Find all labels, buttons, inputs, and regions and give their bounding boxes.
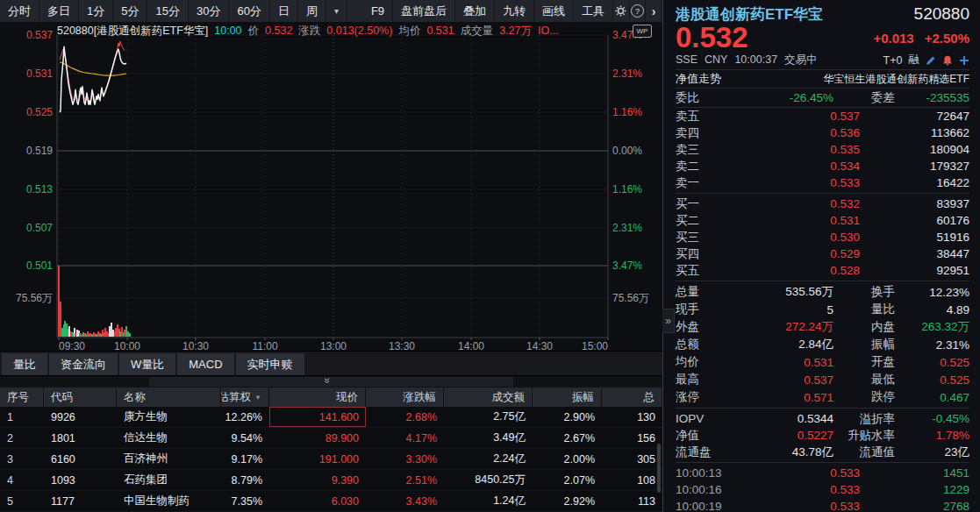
intraday-chart-area[interactable]: 520880[港股通创新药ETF华宝]10:00价0.532涨跌0.013(2.… [0,22,662,351]
volume-bar-25 [96,334,97,337]
ask-row-2[interactable]: 卖三0.535180904 [676,141,969,158]
level-volume: 51916 [860,231,969,244]
col-header-0[interactable]: 序号 [0,388,44,407]
quote-time: 10:00:37 [734,53,777,66]
menu-item-tool-4[interactable]: 画线 [534,0,574,22]
y-axis-label-left-2: 0.525 [26,106,53,118]
ask-row-4[interactable]: 卖一0.53316422 [676,174,969,191]
cell-r4-c6: 1.24亿 [444,491,533,511]
level-label: 卖三 [676,142,730,158]
menu-item-period-0[interactable]: 分时 [0,0,39,22]
last-price: 0.532 [676,25,748,51]
menu-item-tool-1[interactable]: 盘前盘后 [393,0,455,22]
help-icon[interactable]: ? [630,0,647,22]
cell-r4-c2: 中国生物制药 [117,491,221,511]
nav-trend-label[interactable]: 净值走势 [676,71,721,87]
menu-item-tool-2[interactable]: 叠加 [455,0,495,22]
table-row-1[interactable]: 21801信达生物9.54%89.9004.17%3.49亿2.67%156 [0,428,662,449]
volume-bar-38 [115,328,117,337]
price-change: +0.013 [873,31,913,46]
table-row-4[interactable]: 51177中国生物制药7.35%6.0303.43%1.24亿2.92%113 [0,491,662,512]
ask-row-0[interactable]: 卖五0.53772647 [676,108,969,124]
table-row-2[interactable]: 36160百济神州9.17%191.0003.30%2.24亿2.00%305 [0,449,662,470]
menu-item-period-1[interactable]: 多日 [39,0,79,22]
col-header-5[interactable]: 涨跌幅 [366,388,444,407]
x-axis-label-1: 10:00 [114,340,140,351]
collapse-chevron-icon[interactable]: » [321,378,333,384]
cell-r2-c3: 9.17% [221,449,269,469]
bid-row-2[interactable]: 买三0.53051916 [676,229,969,245]
menu-item-period-6[interactable]: 60分 [229,0,269,22]
table-row-3[interactable]: 41093石药集团8.79%9.3902.51%8450.25万2.07%108 [0,470,662,491]
menu-item-period-5[interactable]: 30分 [189,0,229,22]
cell-r3-c8: 108 [602,470,662,490]
weibi-value: -26.45% [730,91,833,104]
stat-label: 流通值 [833,444,895,460]
add-plus-icon[interactable] [959,55,969,66]
stat-label: 量比 [833,302,895,317]
alert-bell-icon[interactable] [942,55,953,66]
menu-item-period-2[interactable]: 1分 [79,0,113,22]
menu-item-tool-0[interactable]: F9 [363,0,393,22]
col-header-label: 估算权 [221,390,251,405]
tab-1[interactable]: 资金流向 [49,353,118,375]
bid-row-1[interactable]: 买二0.53160176 [676,212,969,229]
volume-bar-47 [129,333,131,337]
stat-a-row-4: 均价0.531开盘0.525 [676,353,969,371]
menu-item-tool-3[interactable]: 九转 [495,0,534,22]
bid-row-4[interactable]: 买五0.52892951 [676,262,969,279]
period-dropdown-caret[interactable]: ▾ [326,0,347,22]
tick-price: 0.533 [737,500,860,512]
bid-row-0[interactable]: 买一0.53283937 [676,196,969,212]
col-header-6[interactable]: 成交额 [444,388,533,407]
menu-overflow-arrow-icon[interactable]: › [646,0,662,22]
volume-bar-0 [58,266,60,337]
volume-bar-22 [91,334,93,337]
chart-header-seg-8: 成交量 [461,25,494,37]
stat-a-row-2: 外盘272.24万内盘263.32万 [676,318,969,336]
tab-0[interactable]: 量比 [2,353,47,375]
ask-row-3[interactable]: 卖二0.534179327 [676,158,969,174]
level-label: 买二 [676,213,730,229]
volume-bar-5 [66,324,68,337]
volume-bar-29 [102,330,104,337]
volume-bar-18 [85,334,87,337]
tab-4[interactable]: 实时申赎 [236,353,304,375]
menu-item-period-8[interactable]: 周 [298,0,326,22]
level-volume: 113662 [860,126,969,139]
volume-bar-28 [100,334,102,337]
tab-3[interactable]: MACD [177,353,233,375]
volume-bar-32 [106,331,108,337]
level-volume: 38447 [860,247,969,260]
ask-row-1[interactable]: 卖四0.536113662 [676,124,969,141]
col-header-label: 代码 [51,390,73,405]
menu-item-period-4[interactable]: 15分 [147,0,188,22]
col-header-4[interactable]: 现价 [269,388,366,407]
menu-item-tool-5[interactable]: 工具 [574,0,613,22]
edit-pencil-icon[interactable] [926,55,936,66]
table-body: 19926康方生物12.26%141.6002.68%2.75亿2.90%130… [0,407,662,512]
intraday-chart-canvas[interactable]: 0.5373.47%0.5312.31%0.5251.16%0.5190.00%… [0,22,663,351]
bid-row-3[interactable]: 买四0.52938447 [676,245,969,262]
col-header-1[interactable]: 代码 [44,388,117,407]
table-row-0[interactable]: 19926康方生物12.26%141.6002.68%2.75亿2.90%130 [0,407,662,428]
tab-2[interactable]: W量比 [119,353,175,375]
settings-gear-icon[interactable] [613,0,630,22]
volume-bar-42 [121,327,123,337]
menu-item-period-3[interactable]: 5分 [113,0,147,22]
weicha-label: 委差 [833,90,895,106]
stat-b-row-1: 净值0.5227升贴水率1.78% [676,427,969,444]
level-volume: 83937 [860,197,969,210]
col-header-7[interactable]: 振幅 [533,388,602,407]
table-scrollbar[interactable] [657,444,661,493]
stat-value: 0.531 [730,356,833,369]
x-axis-label-7: 14:30 [526,340,553,351]
chart-header-seg-4: 涨跌 [298,25,320,37]
col-header-3[interactable]: 估算权▼ [221,388,269,407]
panel-expand-handle[interactable]: » [662,309,675,333]
col-header-2[interactable]: 名称 [117,388,221,407]
wp-monitor-icon[interactable]: WP [633,25,652,38]
col-header-8[interactable]: 总 [602,388,662,407]
col-header-label: 现价 [336,390,358,405]
menu-item-period-7[interactable]: 日 [270,0,298,22]
